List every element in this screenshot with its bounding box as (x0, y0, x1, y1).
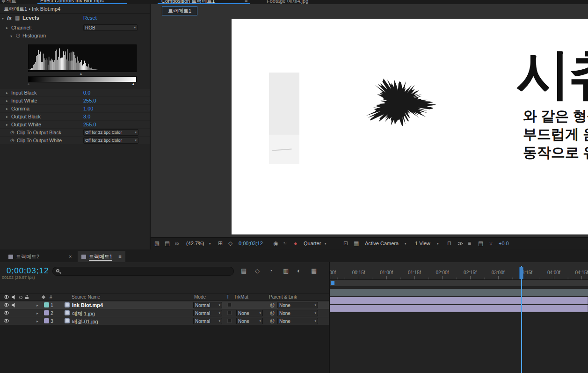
work-area-bar[interactable] (330, 280, 588, 287)
visibility-eye-icon[interactable] (4, 311, 9, 314)
effect-expand-arrow-icon[interactable]: ▾ (2, 16, 4, 21)
blend-mode-select[interactable]: Normal▾ (193, 302, 222, 308)
channel-expand-arrow-icon[interactable]: ▸ (6, 26, 8, 30)
parent-select[interactable]: None▾ (277, 318, 318, 324)
layer-name[interactable]: 예제 1.jpg (72, 310, 95, 317)
param-value[interactable]: 0.0 (83, 90, 90, 95)
tab-project-partial[interactable]: 로젝트 (1, 0, 16, 4)
levels-gradient-bar[interactable] (28, 76, 137, 82)
work-area-start-handle[interactable] (331, 281, 334, 285)
mini-flowchart-icon[interactable]: ▤ (241, 267, 247, 275)
column-parent-link[interactable]: Parent & Link (269, 294, 297, 300)
comp-flowchart-icon[interactable]: ▤ (478, 238, 483, 249)
preserve-transparency-checkbox[interactable] (227, 303, 232, 307)
frame-blending-icon[interactable]: ▥ (283, 267, 289, 275)
chevron-down-icon[interactable]: ▾ (437, 238, 439, 249)
search-icon[interactable] (56, 269, 59, 272)
show-snapshot-icon[interactable]: ≈ (283, 238, 287, 249)
region-of-interest-icon[interactable]: ⊡ (343, 238, 348, 249)
preview-timecode[interactable]: 0;00;03;12 (239, 238, 263, 249)
timeline-button-icon[interactable]: ≡ (468, 238, 471, 249)
histogram-midpoint-marker[interactable]: ▲ (79, 72, 83, 76)
current-timecode[interactable]: 0;00;03;12 (7, 266, 49, 276)
param-value[interactable]: 255.0 (83, 122, 96, 127)
layer-label-color[interactable] (44, 310, 49, 315)
expand-arrow-icon[interactable]: ▸ (6, 99, 8, 103)
layer-label-color[interactable] (44, 302, 49, 307)
transparency-grid-icon[interactable]: ▦ (354, 238, 359, 249)
expand-arrow-icon[interactable]: ▸ (6, 91, 8, 95)
view-layout-select[interactable]: 1 View (415, 238, 430, 249)
snapshot-camera-icon[interactable]: ◉ (273, 238, 278, 249)
expand-arrow-icon[interactable]: ▸ (6, 115, 8, 119)
parent-select[interactable]: None▾ (277, 310, 318, 316)
expand-arrow-icon[interactable]: ▸ (6, 107, 8, 111)
composition-viewer[interactable]: 시츄 와 같은 형상으 부드럽게 움직이 동작으로 유명하 (232, 19, 588, 234)
chevron-down-icon[interactable]: ▾ (325, 238, 327, 249)
clip-black-select[interactable]: Off for 32 bpc Color▾ (83, 129, 138, 136)
layer-duration-bar[interactable] (330, 297, 588, 304)
tab-footage[interactable]: Footage 예제4.jpg (267, 0, 308, 4)
draft-3d-icon[interactable]: ◇ (255, 267, 260, 275)
graph-editor-icon[interactable]: ▦ (311, 267, 317, 275)
parent-pickwhip-icon[interactable]: @ (270, 302, 275, 307)
clip-white-select[interactable]: Off for 32 bpc Color▾ (83, 137, 138, 144)
search-box[interactable] (52, 267, 234, 276)
close-tab-icon[interactable]: × (67, 251, 73, 262)
channel-select[interactable]: RGB▾ (83, 24, 138, 31)
chevron-down-icon[interactable]: ▾ (209, 238, 211, 249)
time-ruler[interactable]: 0:00f 00:15f 01:00f 01:15f 02:00f 02:15f… (330, 262, 588, 280)
panel-menu-icon[interactable]: ≡ (245, 0, 247, 3)
exposure-value[interactable]: +0.0 (499, 238, 509, 249)
param-value[interactable]: 3.0 (83, 114, 90, 119)
layer-row[interactable]: ▸ 3 배경-01.jpg Normal▾ None▾ @ None▾ (0, 317, 329, 325)
layer-row[interactable]: ▸ 2 예제 1.jpg Normal▾ None▾ @ None▾ (0, 309, 329, 317)
always-preview-icon[interactable]: ▧ (154, 238, 160, 249)
track-matte-select[interactable]: None▾ (236, 318, 263, 324)
visibility-eye-icon[interactable] (4, 303, 9, 307)
timeline-track-area[interactable]: 0:00f 00:15f 01:00f 01:15f 02:00f 02:15f… (329, 262, 588, 373)
tab-effect-controls[interactable]: Effect Controls Ink Blot.mp4 (40, 0, 104, 3)
expand-arrow-icon[interactable]: ▸ (6, 123, 8, 127)
layer-label-color[interactable] (44, 318, 49, 323)
pixel-aspect-icon[interactable]: ⊓ (447, 238, 451, 249)
expand-arrow-icon[interactable]: ▸ (36, 311, 38, 315)
effect-name[interactable]: Levels (22, 15, 39, 21)
show-channel-icon[interactable]: ● (294, 238, 297, 249)
stopwatch-icon[interactable]: ◷ (10, 130, 15, 135)
preserve-transparency-checkbox[interactable] (227, 311, 232, 315)
chevron-down-icon[interactable]: ▾ (405, 238, 407, 249)
layer-duration-bar[interactable] (330, 305, 588, 312)
grid-options-icon[interactable]: ⊞ (218, 238, 223, 249)
glasses-icon[interactable]: ∞ (175, 238, 179, 249)
search-input[interactable] (65, 268, 231, 276)
tab-composition-2[interactable]: 트랙메트2 (5, 251, 43, 262)
expand-arrow-icon[interactable]: ▸ (36, 319, 38, 323)
camera-view-select[interactable]: Active Camera (365, 238, 399, 249)
column-mode[interactable]: Mode (194, 294, 206, 300)
composition-tab-button[interactable]: 트랙메트1 (162, 6, 197, 15)
resolution-select[interactable]: Quarter (304, 238, 321, 249)
histogram-display[interactable] (28, 44, 137, 72)
tab-composition-1[interactable]: 트랙메트1 ≡ (78, 251, 125, 262)
panel-menu-icon[interactable]: ≡ (118, 254, 121, 259)
layer-duration-bar[interactable] (330, 289, 588, 296)
magnification-select[interactable]: (42.7%) (186, 238, 204, 249)
motion-blur-icon[interactable]: ◐ (297, 267, 301, 275)
output-white-marker[interactable]: ▲ (131, 82, 135, 86)
mask-visibility-icon[interactable]: ◇ (228, 238, 232, 249)
track-matte-select[interactable]: None▾ (236, 310, 263, 316)
stopwatch-icon[interactable]: ◷ (10, 138, 15, 143)
param-value[interactable]: 1.00 (83, 106, 93, 111)
audio-speaker-icon[interactable] (12, 303, 16, 307)
playhead-handle[interactable] (519, 267, 523, 279)
expand-arrow-icon[interactable]: ▸ (36, 303, 38, 307)
layer-name[interactable]: Ink Blot.mp4 (72, 302, 103, 308)
blend-mode-select[interactable]: Normal▾ (193, 318, 222, 324)
layer-name[interactable]: 배경-01.jpg (72, 318, 98, 325)
stopwatch-icon[interactable]: ◷ (16, 32, 21, 38)
parent-pickwhip-icon[interactable]: @ (270, 310, 275, 315)
monitor-icon[interactable]: ▤ (165, 238, 170, 249)
parent-select[interactable]: None▾ (277, 302, 318, 308)
layer-row[interactable]: ▸ 1 Ink Blot.mp4 Normal▾ @ None▾ (0, 301, 329, 309)
